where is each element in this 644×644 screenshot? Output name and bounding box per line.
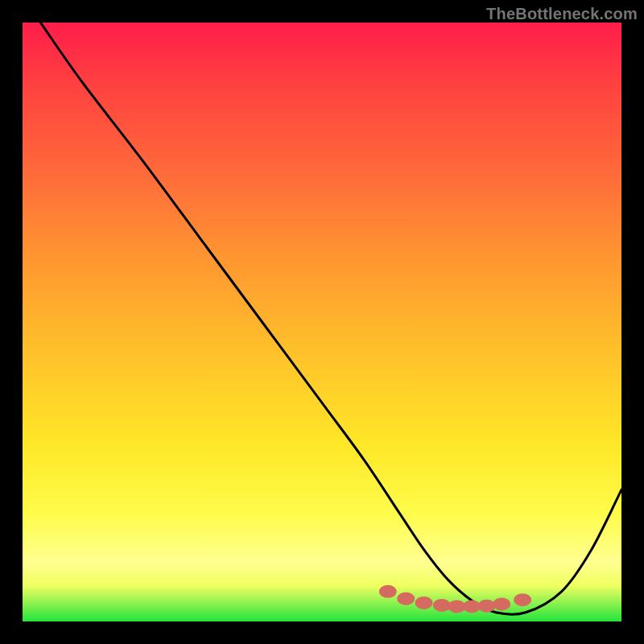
chart-plot-area: [23, 23, 621, 621]
curve-markers: [379, 585, 531, 613]
marker-dot: [415, 597, 433, 609]
marker-dot: [493, 597, 510, 610]
watermark-text: TheBottleneck.com: [486, 5, 638, 23]
marker-dot: [397, 592, 415, 605]
marker-dot: [478, 600, 496, 613]
chart-container: TheBottleneck.com: [0, 0, 644, 644]
bottleneck-curve: [40, 23, 621, 614]
marker-dot: [433, 599, 451, 612]
chart-svg: [23, 23, 621, 621]
marker-dot: [514, 593, 531, 606]
marker-dot: [379, 585, 397, 598]
